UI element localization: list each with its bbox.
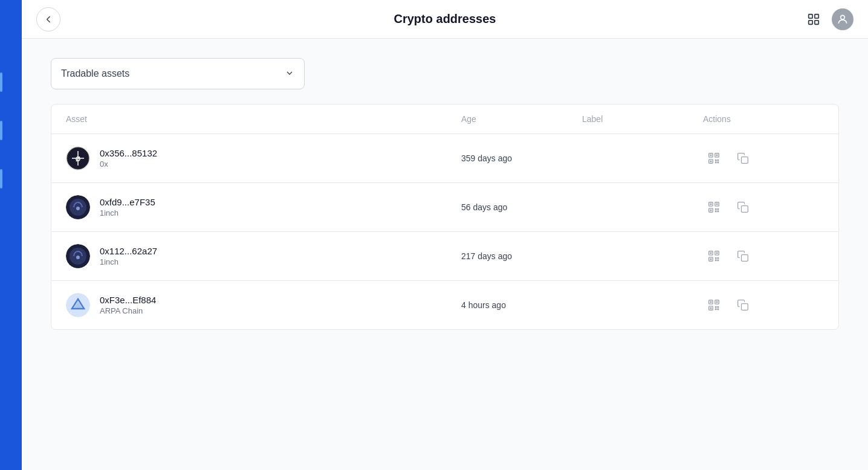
table-header: Asset Age Label Actions	[51, 105, 838, 134]
back-button[interactable]	[36, 7, 60, 31]
qr-code-button-1[interactable]	[703, 147, 725, 169]
age-cell-3: 217 days ago	[461, 251, 582, 261]
asset-name-4: ARPA Chain	[100, 306, 156, 315]
content-area: Tradable assets Asset Age Label Actions	[22, 39, 868, 470]
svg-rect-16	[715, 159, 717, 161]
svg-rect-13	[710, 155, 712, 156]
actions-cell-2	[703, 196, 824, 218]
svg-rect-30	[715, 208, 717, 210]
asset-cell-4: 0xF3e...Ef884 ARPA Chain	[66, 293, 461, 317]
asset-cell-3: 0x112...62a27 1inch	[66, 244, 461, 268]
sidebar	[0, 0, 22, 470]
asset-name-2: 1inch	[100, 208, 155, 217]
asset-name-1: 0x	[100, 159, 157, 169]
asset-address-4: 0xF3e...Ef884	[100, 295, 156, 305]
sidebar-indicator-2	[0, 121, 2, 140]
svg-rect-19	[717, 162, 719, 164]
copy-address-button-1[interactable]	[732, 147, 754, 169]
svg-rect-61	[717, 309, 719, 311]
page-title: Crypto addresses	[394, 12, 496, 26]
col-header-asset: Asset	[66, 114, 461, 124]
svg-rect-44	[715, 257, 717, 259]
addresses-table: Asset Age Label Actions Ø	[51, 104, 839, 330]
svg-rect-33	[717, 211, 719, 213]
col-header-label: Label	[582, 114, 703, 124]
token-icon-1: Ø	[66, 146, 90, 170]
svg-rect-17	[717, 159, 719, 161]
asset-cell-1: Ø 0x356...85132 0x	[66, 146, 461, 170]
qr-code-button-3[interactable]	[703, 245, 725, 267]
svg-rect-62	[742, 304, 748, 311]
copy-address-button-2[interactable]	[732, 196, 754, 218]
svg-point-37	[76, 256, 80, 259]
asset-name-3: 1inch	[100, 257, 157, 266]
svg-rect-58	[715, 306, 717, 308]
table-row: 0xfd9...e7F35 1inch 56 days ago	[51, 183, 838, 232]
col-header-age: Age	[461, 114, 582, 124]
svg-rect-48	[742, 255, 748, 262]
asset-info-4: 0xF3e...Ef884 ARPA Chain	[100, 295, 156, 315]
asset-address-2: 0xfd9...e7F35	[100, 197, 155, 207]
svg-rect-2	[809, 20, 812, 24]
age-cell-2: 56 days ago	[461, 202, 582, 212]
asset-info-1: 0x356...85132 0x	[100, 148, 157, 169]
qr-code-button-4[interactable]	[703, 294, 725, 316]
asset-info-2: 0xfd9...e7F35 1inch	[100, 197, 155, 217]
table-row: Ø 0x356...85132 0x 359 days ago	[51, 134, 838, 183]
svg-rect-60	[715, 309, 717, 311]
age-cell-4: 4 hours ago	[461, 300, 582, 310]
svg-rect-28	[716, 204, 718, 205]
header: Crypto addresses	[22, 0, 868, 39]
grid-icon[interactable]	[803, 8, 824, 30]
svg-rect-3	[815, 20, 818, 24]
svg-rect-47	[717, 260, 719, 262]
age-cell-1: 359 days ago	[461, 153, 582, 163]
token-icon-2	[66, 195, 90, 219]
svg-rect-41	[710, 253, 712, 254]
svg-rect-42	[716, 253, 718, 254]
copy-address-button-4[interactable]	[732, 294, 754, 316]
svg-rect-57	[710, 307, 712, 309]
asset-address-1: 0x356...85132	[100, 148, 157, 158]
table-row: 0xF3e...Ef884 ARPA Chain 4 hours ago	[51, 281, 838, 329]
asset-cell-2: 0xfd9...e7F35 1inch	[66, 195, 461, 219]
svg-rect-1	[815, 14, 818, 18]
svg-rect-55	[710, 301, 712, 303]
svg-rect-31	[717, 208, 719, 210]
svg-rect-32	[715, 211, 717, 213]
svg-rect-43	[710, 259, 712, 260]
svg-rect-34	[742, 206, 748, 213]
qr-code-button-2[interactable]	[703, 196, 725, 218]
dropdown-label: Tradable assets	[61, 68, 129, 79]
svg-rect-27	[710, 204, 712, 205]
token-icon-3	[66, 244, 90, 268]
svg-point-4	[841, 15, 845, 19]
svg-rect-18	[715, 162, 717, 164]
main-content: Crypto addresses Tradab	[22, 0, 868, 470]
header-actions	[803, 8, 853, 30]
sidebar-indicator-1	[0, 72, 2, 92]
filter-section: Tradable assets	[51, 58, 839, 89]
svg-rect-14	[716, 155, 718, 156]
col-header-actions: Actions	[703, 114, 824, 124]
svg-rect-45	[717, 257, 719, 259]
tradable-assets-dropdown[interactable]: Tradable assets	[51, 58, 305, 89]
table-row: 0x112...62a27 1inch 217 days ago	[51, 232, 838, 281]
svg-rect-20	[742, 157, 748, 164]
svg-rect-46	[715, 260, 717, 262]
token-icon-4	[66, 293, 90, 317]
svg-rect-56	[716, 301, 718, 303]
asset-address-3: 0x112...62a27	[100, 246, 157, 256]
svg-rect-59	[717, 306, 719, 308]
svg-point-23	[76, 207, 80, 210]
actions-cell-1	[703, 147, 824, 169]
actions-cell-3	[703, 245, 824, 267]
svg-rect-0	[809, 14, 812, 18]
avatar[interactable]	[832, 8, 853, 30]
sidebar-indicator-3	[0, 169, 2, 188]
svg-rect-29	[710, 210, 712, 211]
copy-address-button-3[interactable]	[732, 245, 754, 267]
asset-info-3: 0x112...62a27 1inch	[100, 246, 157, 266]
chevron-down-icon	[285, 68, 294, 80]
svg-rect-15	[710, 161, 712, 163]
